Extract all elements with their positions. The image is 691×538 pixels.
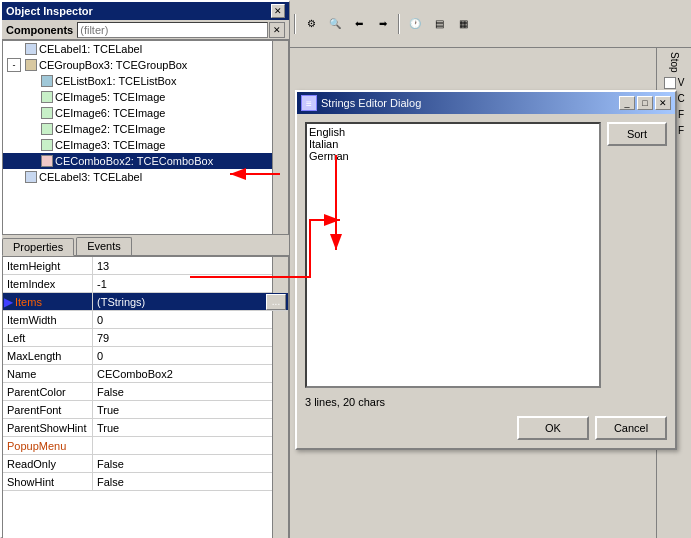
- dialog-title-text: Strings Editor Dialog: [321, 97, 421, 109]
- prop-value-maxlength[interactable]: 0: [93, 347, 288, 364]
- toolbar-grid1-btn[interactable]: ▤: [428, 13, 450, 35]
- prop-value-itemwidth[interactable]: 0: [93, 311, 288, 328]
- tree-item-celistbox1[interactable]: CEListBox1: TCEListBox: [3, 73, 288, 89]
- prop-row-parentfont: ParentFont True: [3, 401, 288, 419]
- dialog-title-left: ≡ Strings Editor Dialog: [301, 95, 421, 111]
- prop-name-showhint: ShowHint: [3, 473, 93, 490]
- toolbar-search-btn[interactable]: 🔍: [324, 13, 346, 35]
- dialog-bottom-buttons: OK Cancel: [305, 416, 667, 440]
- strings-editor-dialog: ≡ Strings Editor Dialog _ □ ✕ English It…: [295, 90, 677, 450]
- prop-value-name[interactable]: CEComboBox2: [93, 365, 288, 382]
- prop-row-parentcolor: ParentColor False: [3, 383, 288, 401]
- prop-name-itemindex: ItemIndex: [3, 275, 93, 292]
- strings-textarea[interactable]: English Italian German: [307, 124, 599, 386]
- prop-name-itemheight: ItemHeight: [3, 257, 93, 274]
- prop-row-left: Left 79: [3, 329, 288, 347]
- components-header: Components ✕: [2, 20, 289, 40]
- tree-item-ceimage6[interactable]: CEImage6: TCEImage: [3, 105, 288, 121]
- prop-value-left[interactable]: 79: [93, 329, 288, 346]
- properties-grid: ItemHeight 13 ItemIndex -1 ▶ Items (TStr…: [2, 256, 289, 538]
- dialog-body: English Italian German Sort 3 lines, 20 …: [297, 114, 675, 448]
- strings-textarea-area: English Italian German: [305, 122, 601, 388]
- prop-value-itemindex[interactable]: -1: [93, 275, 288, 292]
- prop-row-name: Name CEComboBox2: [3, 365, 288, 383]
- prop-name-parentcolor: ParentColor: [3, 383, 93, 400]
- prop-name-name: Name: [3, 365, 93, 382]
- toolbar-back-btn[interactable]: ⬅: [348, 13, 370, 35]
- tree-item-celabel3[interactable]: CELabel3: TCELabel: [3, 169, 288, 185]
- prop-value-parentshowhint[interactable]: True: [93, 419, 288, 436]
- prop-name-popupmenu: PopupMenu: [3, 437, 93, 454]
- prop-name-items: Items: [3, 293, 93, 310]
- prop-row-itemheight: ItemHeight 13: [3, 257, 288, 275]
- toolbar-forward-btn[interactable]: ➡: [372, 13, 394, 35]
- checkbox-v-label: V: [678, 77, 685, 88]
- checkbox-v[interactable]: [664, 77, 676, 89]
- filter-input[interactable]: [77, 22, 268, 38]
- tree-item-cecombobox2[interactable]: CEComboBox2: TCEComboBox: [3, 153, 288, 169]
- dialog-icon-text: ≡: [306, 98, 312, 109]
- prop-row-showhint: ShowHint False: [3, 473, 288, 491]
- celistbox1-label: CEListBox1: TCEListBox: [55, 75, 176, 87]
- tree-scrollbar[interactable]: [272, 41, 288, 234]
- ceimage6-label: CEImage6: TCEImage: [55, 107, 165, 119]
- prop-row-parentshowhint: ParentShowHint True: [3, 419, 288, 437]
- sort-button[interactable]: Sort: [607, 122, 667, 146]
- prop-name-maxlength: MaxLength: [3, 347, 93, 364]
- dialog-maximize-btn[interactable]: □: [637, 96, 653, 110]
- prop-name-readonly: ReadOnly: [3, 455, 93, 472]
- prop-row-items: ▶ Items (TStrings) ...: [3, 293, 288, 311]
- toolbar-sep4: [294, 14, 296, 34]
- dialog-icon: ≡: [301, 95, 317, 111]
- ceimage5-label: CEImage5: TCEImage: [55, 91, 165, 103]
- toolbar-clock-btn[interactable]: 🕐: [404, 13, 426, 35]
- cegroupbox3-expand[interactable]: -: [7, 58, 21, 72]
- items-ellipsis-btn[interactable]: ...: [266, 294, 286, 310]
- prop-row-itemindex: ItemIndex -1: [3, 275, 288, 293]
- prop-row-maxlength: MaxLength 0: [3, 347, 288, 365]
- prop-value-popupmenu[interactable]: [93, 437, 288, 454]
- checkbox-f2-label: F: [678, 125, 684, 136]
- dialog-minimize-btn[interactable]: _: [619, 96, 635, 110]
- tree-item-ceimage2[interactable]: CEImage2: TCEImage: [3, 121, 288, 137]
- object-inspector-close[interactable]: ✕: [271, 4, 285, 18]
- prop-value-itemheight[interactable]: 13: [93, 257, 288, 274]
- ceimage2-label: CEImage2: TCEImage: [55, 123, 165, 135]
- dialog-status: 3 lines, 20 chars: [305, 394, 667, 410]
- tree-item-cegroupbox3[interactable]: - CEGroupBox3: TCEGroupBox: [3, 57, 288, 73]
- prop-name-itemwidth: ItemWidth: [3, 311, 93, 328]
- dialog-close-btn[interactable]: ✕: [655, 96, 671, 110]
- items-indicator: ▶: [4, 295, 13, 309]
- cegroupbox3-icon: [23, 58, 39, 72]
- tree-item-ceimage5[interactable]: CEImage5: TCEImage: [3, 89, 288, 105]
- ceimage5-icon: [39, 90, 55, 104]
- ceimage3-label: CEImage3: TCEImage: [55, 139, 165, 151]
- prop-value-readonly[interactable]: False: [93, 455, 288, 472]
- prop-name-parentfont: ParentFont: [3, 401, 93, 418]
- tab-events[interactable]: Events: [76, 237, 132, 255]
- celabel1-label: CELabel1: TCELabel: [39, 43, 142, 55]
- dialog-right-buttons: Sort: [607, 122, 667, 388]
- toolbar-sep5: [398, 14, 400, 34]
- prop-value-parentcolor[interactable]: False: [93, 383, 288, 400]
- prop-name-left: Left: [3, 329, 93, 346]
- filter-clear-btn[interactable]: ✕: [269, 22, 285, 38]
- celistbox1-icon: [39, 74, 55, 88]
- celabel3-label: CELabel3: TCELabel: [39, 171, 142, 183]
- toolbar-grid2-btn[interactable]: ▦: [452, 13, 474, 35]
- components-label: Components: [6, 24, 73, 36]
- prop-row-itemwidth: ItemWidth 0: [3, 311, 288, 329]
- tree-item-celabel1[interactable]: CELabel1: TCELabel: [3, 41, 288, 57]
- toolbar-settings-btn[interactable]: ⚙: [300, 13, 322, 35]
- component-tree[interactable]: CELabel1: TCELabel - CEGroupBox3: TCEGro…: [2, 40, 289, 235]
- cancel-button[interactable]: Cancel: [595, 416, 667, 440]
- prop-value-items: (TStrings): [93, 296, 266, 308]
- dialog-titlebar-buttons: _ □ ✕: [619, 96, 671, 110]
- tab-properties[interactable]: Properties: [2, 238, 74, 256]
- prop-value-showhint[interactable]: False: [93, 473, 288, 490]
- prop-value-parentfont[interactable]: True: [93, 401, 288, 418]
- celabel3-icon: [23, 170, 39, 184]
- tree-item-ceimage3[interactable]: CEImage3: TCEImage: [3, 137, 288, 153]
- checkbox-row-1: V: [664, 77, 685, 89]
- ok-button[interactable]: OK: [517, 416, 589, 440]
